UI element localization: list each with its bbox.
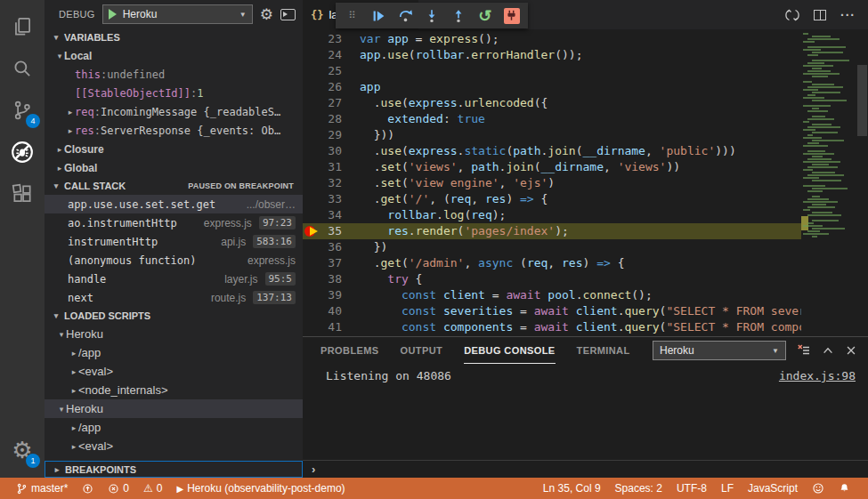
step-over-icon[interactable] [396,6,415,26]
notifications-bell-icon[interactable] [831,478,857,499]
code-line[interactable]: 41 const components = await client.query… [303,319,801,335]
code-line[interactable]: 26app [303,79,801,95]
call-stack-frame[interactable]: nextroute.js137:13 [45,288,303,307]
step-into-icon[interactable] [423,6,442,26]
settings-gear-icon[interactable]: ⚙ 1 [0,429,45,471]
debug-toolbar: ⠿↺ [336,3,528,28]
extensions-icon[interactable] [0,173,45,214]
cursor-position[interactable]: Ln 35, Col 9 [536,478,608,499]
panel-controls: Heroku ▼ [653,341,868,360]
call-stack-frame[interactable]: handlelayer.js95:5 [45,270,303,288]
variable-row[interactable]: this: undefined [45,65,303,84]
indentation[interactable]: Spaces: 2 [608,478,669,499]
variable-row[interactable]: ▸req: IncomingMessage {_readableS… [45,102,303,121]
debug-session-status[interactable]: ▶Heroku (observability-post-demo) [169,478,352,499]
twisty-icon: ▸ [69,349,78,358]
language-mode[interactable]: JavaScript [741,478,805,499]
call-stack-frame[interactable]: app.use.use.set.set.get.../obser… [45,195,303,213]
git-branch-status[interactable]: master* [9,478,75,499]
variables-header[interactable]: ▾ VARIABLES [45,28,303,46]
feedback-smiley-icon[interactable] [805,478,831,499]
eol[interactable]: LF [714,478,741,499]
code-line[interactable]: 31 .set('views', path.join(__dirname, 'v… [303,159,801,175]
maximize-panel-icon[interactable] [822,344,834,357]
more-actions-icon[interactable]: ··· [840,8,856,22]
code-line[interactable]: 25 [303,63,801,79]
warning-count[interactable]: ⚠0 [136,478,169,499]
loaded-script-row[interactable]: ▾Heroku [45,399,303,418]
code-line[interactable]: 33 .get('/', (req, res) => { [303,191,801,207]
continue-icon[interactable] [369,6,388,26]
debug-icon[interactable] [0,131,45,173]
call-stack-frame[interactable]: ao.instrumentHttpexpress.js97:23 [45,213,303,232]
execution-pointer-icon [310,227,318,236]
variable-row[interactable]: ▸res: ServerResponse {_events: Ob… [45,121,303,140]
line-number: 41 [303,319,342,335]
debug-console-input[interactable]: › [303,460,868,478]
line-content: .get('/admin', async (req, res) => { [342,255,624,271]
twisty-icon: ▾ [52,311,61,320]
minimap[interactable] [801,29,856,336]
call-stack-frame[interactable]: instrumentHttpapi.js583:16 [45,232,303,251]
call-stack-frame[interactable]: (anonymous function)express.js [45,251,303,270]
code-editor[interactable]: 23var app = express();24app.use(rollbar.… [303,29,868,336]
chevron-down-icon: ▼ [772,347,779,355]
line-number: 32 [303,175,342,191]
code-line[interactable]: 23var app = express(); [303,31,801,47]
variable-scope-row[interactable]: ▸Global [45,158,303,177]
loaded-scripts-header[interactable]: ▾ LOADED SCRIPTS [45,307,303,325]
search-icon[interactable] [0,47,45,89]
twisty-icon: ▸ [55,164,64,173]
editor-scrollbar[interactable] [856,29,868,336]
loaded-script-row[interactable]: ▸<node_internals> [45,381,303,399]
code-line[interactable]: 24app.use(rollbar.errorHandler()); [303,47,801,63]
source-location-link[interactable]: index.js:98 [779,369,856,382]
encoding[interactable]: UTF-8 [669,478,714,499]
call-stack-header[interactable]: ▾ CALL STACK PAUSED ON BREAKPOINT [45,177,303,195]
loaded-script-row[interactable]: ▸<eval> [45,362,303,381]
code-line[interactable]: 27 .use(express.urlencoded({ [303,95,801,111]
code-line[interactable]: 36 }) [303,239,801,255]
loaded-script-row[interactable]: ▸/app [45,343,303,362]
code-line[interactable]: 34 rollbar.log(req); [303,207,801,223]
panel-tab-problems[interactable]: PROBLEMS [320,337,379,364]
code-line[interactable]: 30 .use(express.static(path.join(__dirna… [303,143,801,159]
start-debugging-icon[interactable] [109,9,117,20]
restart-icon[interactable]: ↺ [475,6,494,26]
panel-tab-output[interactable]: OUTPUT [401,337,443,364]
variable-scope-row[interactable]: ▾Local [45,46,303,65]
close-panel-icon[interactable] [845,344,857,357]
twisty-icon: ▾ [57,405,66,414]
code-line[interactable]: 28 extended: true [303,111,801,127]
panel-tab-terminal[interactable]: TERMINAL [577,337,630,364]
configure-gear-icon[interactable]: ⚙ [260,5,273,24]
error-count[interactable]: 0 [101,478,136,499]
code-line[interactable]: 39 const client = await pool.connect(); [303,287,801,303]
split-editor-icon[interactable] [814,10,826,20]
variable-row[interactable]: [[StableObjectId]]: 1 [45,84,303,102]
scrollbar-thumb[interactable] [857,65,867,136]
launch-config-dropdown[interactable]: Heroku ▼ [102,4,253,24]
loaded-script-row[interactable]: ▾Heroku [45,325,303,343]
clear-console-icon[interactable] [797,343,811,358]
code-line[interactable]: 40 const severities = await client.query… [303,303,801,319]
loaded-script-row[interactable]: ▸<eval> [45,437,303,455]
code-line[interactable]: 37 .get('/admin', async (req, res) => { [303,255,801,271]
code-line[interactable]: 29 })) [303,127,801,143]
panel-tab-debug-console[interactable]: DEBUG CONSOLE [464,337,555,364]
debug-session-dropdown[interactable]: Heroku ▼ [653,341,786,360]
disconnect-icon[interactable] [502,6,521,26]
loaded-script-row[interactable]: ▸/app [45,418,303,437]
explorer-icon[interactable] [0,5,45,47]
step-out-icon[interactable] [449,6,467,26]
code-line-current[interactable]: 35 res.render('pages/index'); [303,223,801,239]
code-line[interactable]: 38 try { [303,271,801,287]
twisty-icon: ▸ [69,367,78,376]
sync-changes-button[interactable] [75,478,101,499]
variable-scope-row[interactable]: ▸Closure [45,140,303,158]
open-changes-icon[interactable] [785,8,799,22]
debug-console-toggle-icon[interactable] [280,9,296,20]
source-control-icon[interactable]: 4 [0,89,45,131]
breakpoints-header[interactable]: ▸ BREAKPOINTS [45,461,303,478]
code-line[interactable]: 32 .set('view engine', 'ejs') [303,175,801,191]
